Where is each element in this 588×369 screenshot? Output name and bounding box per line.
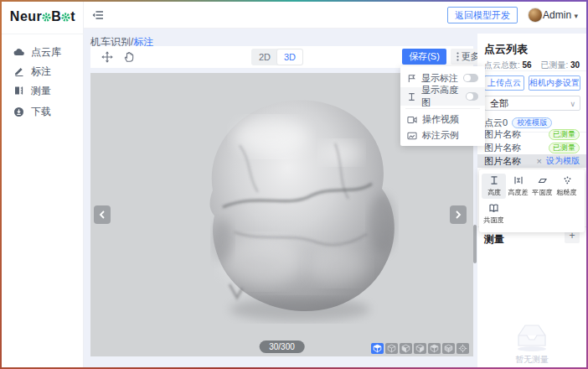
roughness-icon	[562, 175, 572, 185]
total-label: 点云总数:	[484, 60, 520, 70]
divider	[477, 70, 586, 71]
view-mode-switch: 2D 3D	[251, 49, 303, 65]
topbar: 返回模型开发 Admin ▾	[84, 2, 586, 29]
show-annotation-toggle[interactable]	[463, 74, 478, 82]
menu-label: 操作视频	[422, 113, 459, 126]
prev-image-button[interactable]	[94, 205, 111, 224]
sidebar-collapse-icon[interactable]	[91, 8, 105, 22]
tool-roughness[interactable]: 粗糙度	[554, 174, 579, 199]
brand-text-end: t	[70, 9, 75, 23]
show-heightmap-toggle[interactable]	[466, 92, 478, 101]
save-button[interactable]: 保存(S)	[402, 49, 446, 65]
view-orientation-bar	[371, 343, 469, 354]
image-list-item[interactable]: 图片名称 已测量	[477, 141, 586, 154]
tool-label: 共面度	[483, 216, 503, 226]
user-menu[interactable]: Admin ▾	[543, 9, 578, 21]
sidebar-item-label: 下载	[31, 105, 51, 119]
tool-height[interactable]: 高度	[482, 174, 506, 199]
menu-label: 显示标注	[421, 72, 458, 85]
filter-value: 全部	[490, 98, 508, 108]
tool-height-diff[interactable]: 高度差	[506, 174, 530, 199]
canvas-toolbar: 2D 3D 保存(S) 更多	[90, 46, 473, 68]
empty-state-text: 暂无测量	[477, 354, 586, 366]
image-example-icon	[407, 132, 417, 140]
next-image-button[interactable]	[450, 205, 467, 224]
video-icon	[407, 116, 417, 124]
image-list-item-selected[interactable]: 图片名称 × 设为模版	[477, 154, 586, 168]
gear-icon	[42, 13, 51, 22]
point-cloud-panel: 点云列表 点云总数: 56 已测量: 30 上传点云 相机内参设置 全部 ∨ 点…	[477, 34, 586, 367]
measured-label: 已测量:	[540, 60, 568, 70]
flatness-icon	[537, 175, 548, 185]
divider	[2, 34, 84, 34]
sidebar-item-pointcloud-library[interactable]: 点云库	[13, 44, 80, 60]
flag-icon	[407, 74, 416, 83]
status-badge: 已测量	[549, 143, 580, 153]
sidebar-item-annotation[interactable]: 标注	[13, 64, 80, 79]
image-name: 图片名称	[484, 155, 521, 168]
sidebar-item-download[interactable]: 下载	[13, 104, 80, 119]
avatar[interactable]	[528, 8, 543, 23]
upload-pointcloud-button[interactable]: 上传点云	[484, 75, 524, 91]
view-cube-front-button[interactable]	[400, 343, 412, 354]
view-cube-side-button[interactable]	[414, 343, 426, 354]
tool-flatness[interactable]: 平面度	[530, 174, 554, 199]
image-list-item[interactable]: 图片名称 已测量	[477, 127, 586, 141]
set-as-template-link[interactable]: 设为模版	[546, 155, 580, 167]
height-icon	[489, 175, 499, 185]
image-counter-badge: 30/300	[259, 340, 305, 353]
panel-stats: 点云总数: 56 已测量: 30	[484, 60, 586, 71]
tool-label: 粗糙度	[556, 188, 576, 198]
reset-view-target-button[interactable]	[456, 343, 469, 354]
pen-icon	[13, 66, 24, 76]
brand-text-pre: Neur	[10, 9, 42, 23]
scrollbar-thumb[interactable]	[473, 225, 477, 263]
hand-tool-icon[interactable]	[122, 50, 136, 64]
brand-logo: NeurBt	[2, 9, 84, 24]
sidebar-item-label: 点云库	[31, 45, 61, 60]
chevron-down-icon: ∨	[570, 97, 575, 111]
sidebar-item-label: 标注	[31, 65, 51, 79]
pan-tool-icon[interactable]	[101, 50, 114, 64]
close-icon[interactable]: ×	[537, 156, 542, 166]
view-cube-back-button[interactable]	[428, 343, 441, 354]
tool-label: 平面度	[532, 188, 552, 198]
camera-params-button[interactable]: 相机内参设置	[529, 75, 580, 91]
mode-2d-button[interactable]: 2D	[252, 49, 277, 65]
height-diff-icon	[513, 175, 524, 185]
tool-label: 高度差	[508, 188, 528, 198]
tool-label: 高度	[487, 188, 500, 198]
menu-item-operation-video[interactable]: 操作视频	[400, 112, 485, 127]
measure-tools-popover: 高度 高度差 平面度 粗糙度 共面度	[479, 169, 585, 232]
measure-icon	[13, 86, 24, 96]
chevron-down-icon: ▾	[574, 12, 578, 20]
back-to-model-dev-button[interactable]: 返回模型开发	[447, 7, 518, 23]
sidebar-item-measure[interactable]: 测量	[13, 83, 80, 98]
user-name: Admin	[543, 9, 571, 21]
status-badge: 已测量	[549, 129, 580, 140]
brand-text-mid: B	[51, 9, 61, 23]
measured-value: 30	[570, 60, 580, 70]
total-value: 56	[523, 60, 532, 70]
mode-3d-button[interactable]: 3D	[277, 49, 302, 65]
gear-icon	[61, 13, 70, 22]
view-cube-top-button[interactable]	[385, 343, 398, 354]
filter-select[interactable]: 全部 ∨	[484, 96, 580, 111]
image-name: 图片名称	[484, 128, 521, 141]
sidebar: NeurBt 点云库 标注 测量 下载	[2, 2, 84, 367]
view-cube-bottom-button[interactable]	[442, 343, 455, 354]
menu-item-show-heightmap[interactable]: 显示高度图	[400, 87, 485, 106]
image-name: 图片名称	[484, 142, 521, 154]
measure-section-title: 测量	[484, 232, 504, 247]
window-frame: NeurBt 点云库 标注 测量 下载 返回模型开发 Admin ▾ 机车识别/…	[0, 0, 588, 369]
height-beam-icon	[407, 92, 416, 101]
menu-label: 显示高度图	[421, 84, 461, 109]
tool-coplanarity[interactable]: 共面度	[482, 201, 506, 226]
more-dropdown-menu: 显示标注 显示高度图 操作视频 标注示例	[400, 66, 485, 146]
cloud-icon	[13, 48, 24, 56]
app-root: NeurBt 点云库 标注 测量 下载 返回模型开发 Admin ▾ 机车识别/…	[2, 2, 586, 367]
menu-label: 标注示例	[422, 129, 459, 142]
menu-item-annotation-example[interactable]: 标注示例	[400, 127, 485, 143]
view-cube-default-button[interactable]	[371, 343, 384, 354]
sidebar-item-label: 测量	[31, 84, 51, 98]
